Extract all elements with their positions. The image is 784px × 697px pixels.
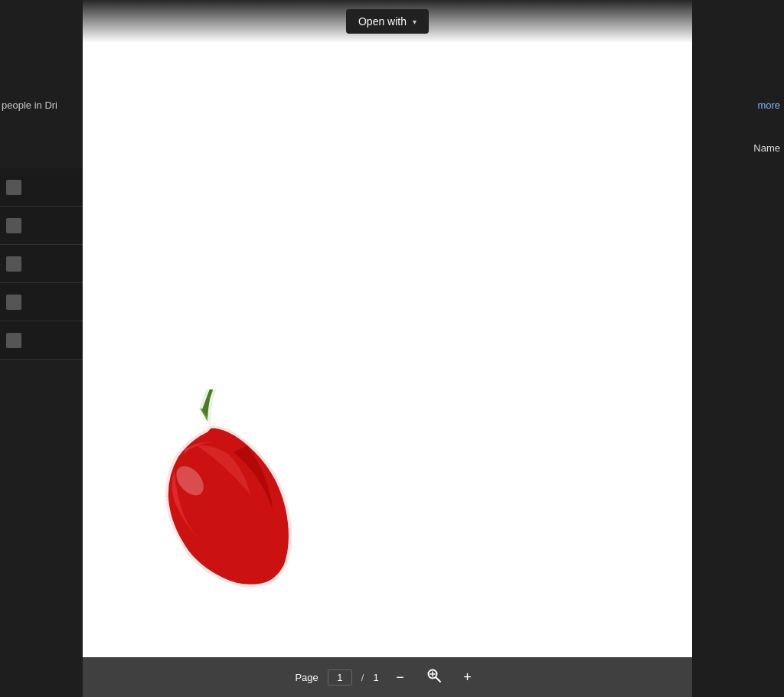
chevron-down-icon: ▾ xyxy=(413,18,416,26)
zoom-out-button[interactable]: − xyxy=(388,665,413,689)
page-label: Page xyxy=(295,672,318,683)
drive-row-icon-1 xyxy=(6,180,21,195)
drive-left-panel: people in Dri xyxy=(0,0,83,697)
drive-row-icon-4 xyxy=(6,295,21,310)
drive-row-3 xyxy=(0,245,83,283)
open-with-button[interactable]: Open with ▾ xyxy=(346,9,429,34)
drive-row-2 xyxy=(0,207,83,245)
drive-more-link[interactable]: more xyxy=(757,99,780,111)
zoom-reset-icon xyxy=(426,668,442,686)
drive-name-column: Name xyxy=(753,142,780,154)
document-viewer xyxy=(83,0,692,657)
page-separator: / xyxy=(361,672,364,683)
drive-row-icon-2 xyxy=(6,218,21,233)
drive-file-list xyxy=(0,168,83,360)
zoom-out-icon: − xyxy=(396,669,404,686)
drive-row-icon-3 xyxy=(6,256,21,272)
top-bar: Open with ▾ xyxy=(83,0,692,43)
drive-row-4 xyxy=(0,283,83,321)
bottom-toolbar: Page / 1 − + xyxy=(83,657,692,697)
zoom-in-button[interactable]: + xyxy=(456,665,480,689)
page-total: 1 xyxy=(373,672,378,683)
drive-left-text: people in Dri xyxy=(2,99,57,111)
chili-svg xyxy=(113,389,312,627)
drive-row-icon-5 xyxy=(6,333,21,348)
zoom-in-icon: + xyxy=(463,669,472,686)
chili-image xyxy=(113,389,312,627)
page-number-input[interactable] xyxy=(328,669,352,686)
open-with-label: Open with xyxy=(358,15,407,28)
zoom-reset-button[interactable] xyxy=(422,665,446,689)
drive-right-panel: more Name xyxy=(692,0,784,697)
drive-row-5 xyxy=(0,321,83,360)
svg-line-3 xyxy=(436,678,440,682)
drive-row-1 xyxy=(0,168,83,207)
